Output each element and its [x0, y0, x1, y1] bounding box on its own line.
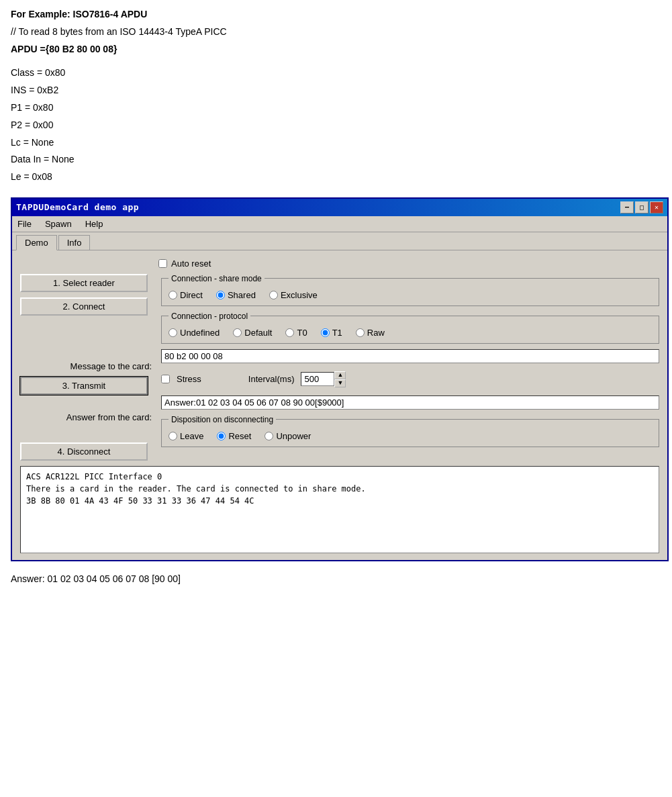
tab-info[interactable]: Info — [58, 235, 91, 250]
auto-reset-checkbox[interactable] — [158, 259, 167, 268]
interval-spinner: ▲ ▼ — [301, 371, 346, 387]
menu-file[interactable]: File — [15, 218, 34, 230]
share-mode-group: Connection - share mode Direct Shared Ex… — [161, 274, 659, 306]
spinner-buttons: ▲ ▼ — [334, 371, 346, 387]
left-buttons: 1. Select reader 2. Connect Message to t… — [20, 274, 154, 461]
disp-leave[interactable]: Leave — [169, 431, 203, 441]
transmit-button[interactable]: 3. Transmit — [20, 377, 148, 395]
stress-row: Stress Interval(ms) ▲ ▼ — [161, 371, 659, 387]
answer-input[interactable] — [161, 395, 659, 410]
tabs-row: Demo Info — [12, 232, 667, 250]
doc-heading: For Example: ISO7816-4 APDU — [11, 7, 661, 23]
disposition-options: Leave Reset Unpower — [169, 431, 652, 441]
proto-default[interactable]: Default — [233, 328, 272, 338]
share-direct[interactable]: Direct — [169, 290, 203, 300]
doc-ins: INS = 0xB2 — [11, 83, 661, 99]
minimize-button[interactable]: – — [620, 201, 634, 214]
doc-line1: // To read 8 bytes from an ISO 14443-4 T… — [11, 24, 661, 40]
doc-le: Le = 0x08 — [11, 169, 661, 185]
doc-datain: Data In = None — [11, 152, 661, 168]
proto-raw[interactable]: Raw — [356, 328, 385, 338]
window-controls: – □ ✕ — [620, 201, 663, 214]
disposition-legend: Disposition on disconnecting — [169, 415, 276, 424]
restore-button[interactable]: □ — [635, 201, 649, 214]
message-input-row — [161, 349, 659, 363]
win-content: Auto reset 1. Select reader 2. Connect M… — [12, 250, 667, 560]
log-line-2: 3B 8B 80 01 4A 43 4F 50 33 31 33 36 47 4… — [26, 495, 653, 507]
footer-text: Answer: 01 02 03 04 05 06 07 08 [90 00] — [11, 573, 661, 584]
answer-input-row — [161, 395, 659, 410]
protocol-group: Connection - protocol Undefined Default … — [161, 312, 659, 344]
window-title: TAPDUDemoCard demo app — [16, 202, 139, 212]
doc-class: Class = 0x80 — [11, 65, 661, 81]
message-label: Message to the card: — [20, 361, 154, 371]
menu-spawn[interactable]: Spawn — [42, 218, 75, 230]
answer-label: Answer from the card: — [20, 412, 154, 422]
proto-t0[interactable]: T0 — [285, 328, 307, 338]
share-shared[interactable]: Shared — [216, 290, 256, 300]
app-window: TAPDUDemoCard demo app – □ ✕ File Spawn … — [11, 197, 669, 561]
connect-button[interactable]: 2. Connect — [20, 297, 148, 316]
interval-input[interactable] — [301, 372, 334, 386]
auto-reset-row: Auto reset — [20, 257, 659, 270]
log-line-0: ACS ACR122L PICC Interface 0 — [26, 471, 653, 483]
protocol-options: Undefined Default T0 T1 Raw — [169, 328, 652, 338]
share-mode-legend: Connection - share mode — [169, 274, 265, 283]
share-mode-options: Direct Shared Exclusive — [169, 290, 652, 300]
doc-apdu: APDU ={80 B2 80 00 08} — [11, 42, 661, 58]
menu-help[interactable]: Help — [83, 218, 106, 230]
message-input[interactable] — [161, 349, 659, 363]
stress-label: Stress — [177, 374, 201, 384]
doc-p2: P2 = 0x00 — [11, 118, 661, 134]
select-reader-button[interactable]: 1. Select reader — [20, 274, 148, 292]
share-exclusive[interactable]: Exclusive — [269, 290, 318, 300]
disposition-group: Disposition on disconnecting Leave Reset… — [161, 415, 659, 447]
interval-label: Interval(ms) — [248, 374, 295, 384]
disp-unpower[interactable]: Unpower — [265, 431, 311, 441]
proto-undefined[interactable]: Undefined — [169, 328, 220, 338]
close-button[interactable]: ✕ — [650, 201, 663, 214]
tab-demo[interactable]: Demo — [16, 235, 57, 250]
disconnect-button[interactable]: 4. Disconnect — [20, 442, 148, 461]
spinner-down[interactable]: ▼ — [334, 379, 346, 387]
doc-p1: P1 = 0x80 — [11, 100, 661, 116]
proto-t1[interactable]: T1 — [321, 328, 342, 338]
protocol-legend: Connection - protocol — [169, 312, 250, 321]
titlebar: TAPDUDemoCard demo app – □ ✕ — [12, 199, 667, 216]
log-line-1: There is a card in the reader. The card … — [26, 483, 653, 495]
menubar: File Spawn Help — [12, 216, 667, 232]
stress-checkbox[interactable] — [161, 375, 170, 383]
doc-lc: Lc = None — [11, 135, 661, 151]
log-area: ACS ACR122L PICC Interface 0 There is a … — [20, 466, 659, 553]
auto-reset-label: Auto reset — [171, 259, 211, 269]
right-col: Connection - share mode Direct Shared Ex… — [161, 274, 659, 447]
disp-reset[interactable]: Reset — [217, 431, 251, 441]
spinner-up[interactable]: ▲ — [334, 371, 346, 379]
